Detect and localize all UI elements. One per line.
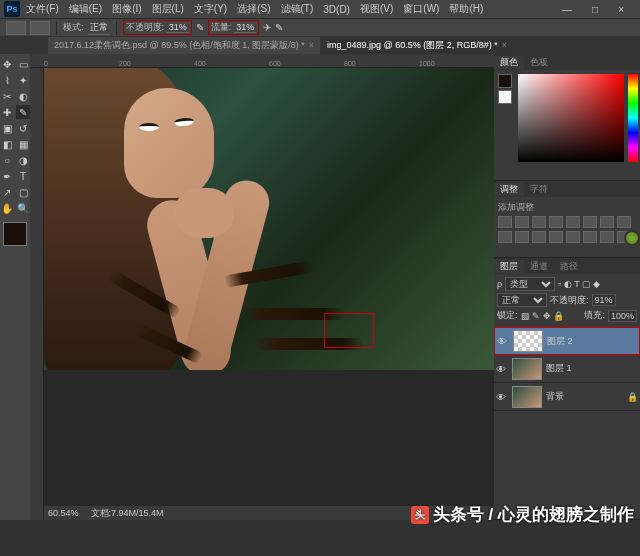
- invert-icon[interactable]: [549, 231, 563, 243]
- exposure-icon[interactable]: [549, 216, 563, 228]
- gradientmap-icon[interactable]: [600, 231, 614, 243]
- menu-window[interactable]: 窗口(W): [399, 2, 443, 16]
- type-tool[interactable]: T: [16, 169, 30, 183]
- colorlookup-icon[interactable]: [532, 231, 546, 243]
- heal-tool[interactable]: ✚: [0, 105, 14, 119]
- bw-icon[interactable]: [617, 216, 631, 228]
- tab-character[interactable]: 字符: [524, 183, 554, 196]
- layer-list: 👁 图层 2 👁 图层 1 👁 背景 🔒: [494, 327, 640, 519]
- menu-select[interactable]: 选择(S): [233, 2, 274, 16]
- tab-2-close[interactable]: ×: [502, 40, 507, 50]
- levels-icon[interactable]: [515, 216, 529, 228]
- shape-tool[interactable]: ▢: [16, 185, 30, 199]
- zoom-tool[interactable]: 🔍: [16, 201, 30, 215]
- layer-name[interactable]: 图层 2: [547, 335, 573, 348]
- crop-tool[interactable]: ✂: [0, 89, 14, 103]
- tab-color[interactable]: 颜色: [494, 56, 524, 69]
- colorbalance-icon[interactable]: [600, 216, 614, 228]
- tab-document-1[interactable]: 2017.6.12柔焦调色.psd @ 89.5% (色相/饱和度 1, 图层蒙…: [48, 37, 320, 54]
- menu-view[interactable]: 视图(V): [356, 2, 397, 16]
- adjustments-panel: 添加调整: [494, 197, 640, 257]
- watermark: 头 头条号 / 心灵的翅膀之制作: [411, 503, 634, 526]
- eyedropper-tool[interactable]: ◐: [16, 89, 30, 103]
- doc-size[interactable]: 文档:7.94M/15.4M: [91, 507, 164, 520]
- tab-document-2[interactable]: img_0489.jpg @ 60.5% (图层 2, RGB/8#) * ×: [321, 37, 513, 54]
- minimize-button[interactable]: —: [558, 4, 576, 15]
- maximize-button[interactable]: □: [588, 4, 602, 15]
- tab-paths[interactable]: 路径: [554, 260, 584, 273]
- bg-swatch[interactable]: [498, 90, 512, 104]
- brightness-icon[interactable]: [498, 216, 512, 228]
- menu-type[interactable]: 文字(Y): [190, 2, 231, 16]
- visibility-toggle[interactable]: 👁: [496, 392, 508, 402]
- dodge-tool[interactable]: ◑: [16, 153, 30, 167]
- menu-edit[interactable]: 编辑(E): [65, 2, 106, 16]
- layer-fill[interactable]: 100%: [608, 310, 637, 322]
- close-button[interactable]: ×: [614, 4, 628, 15]
- channelmixer-icon[interactable]: [515, 231, 529, 243]
- stamp-tool[interactable]: ▣: [0, 121, 14, 135]
- visibility-toggle[interactable]: 👁: [497, 336, 509, 346]
- lasso-tool[interactable]: ⌇: [0, 73, 14, 87]
- path-tool[interactable]: ↗: [0, 185, 14, 199]
- layer-thumbnail[interactable]: [513, 330, 543, 352]
- layer-name[interactable]: 图层 1: [546, 362, 572, 375]
- opacity-field[interactable]: 31%: [167, 22, 189, 33]
- posterize-icon[interactable]: [566, 231, 580, 243]
- hue-icon[interactable]: [583, 216, 597, 228]
- lock-icons[interactable]: ▧ ✎ ✥ 🔒: [521, 311, 565, 321]
- zoom-level[interactable]: 60.54%: [48, 508, 79, 518]
- tab-layers[interactable]: 图层: [494, 260, 524, 273]
- marquee-tool[interactable]: ▭: [16, 57, 30, 71]
- brush-tool[interactable]: ✎: [16, 105, 30, 119]
- tab-1-close[interactable]: ×: [309, 40, 314, 50]
- history-brush-tool[interactable]: ↺: [16, 121, 30, 135]
- visibility-toggle[interactable]: 👁: [496, 364, 508, 374]
- menu-help[interactable]: 帮助(H): [445, 2, 487, 16]
- layer-row[interactable]: 👁 图层 1: [494, 355, 640, 383]
- menu-filter[interactable]: 滤镜(T): [277, 2, 318, 16]
- menu-file[interactable]: 文件(F): [22, 2, 63, 16]
- layer-opacity[interactable]: 91%: [592, 294, 616, 306]
- layer-name[interactable]: 背景: [546, 390, 564, 403]
- gradient-tool[interactable]: ▦: [16, 137, 30, 151]
- foreground-background-swatch[interactable]: [3, 222, 27, 246]
- curves-icon[interactable]: [532, 216, 546, 228]
- fill-label: 填充:: [584, 309, 605, 322]
- pressure-size-icon[interactable]: ✎: [275, 22, 283, 33]
- layer-row[interactable]: 👁 图层 2: [494, 327, 640, 355]
- menu-bar: Ps 文件(F) 编辑(E) 图像(I) 图层(L) 文字(Y) 选择(S) 滤…: [0, 0, 640, 18]
- kind-filter[interactable]: 类型: [505, 277, 555, 291]
- pen-tool[interactable]: ✒: [0, 169, 14, 183]
- hue-slider[interactable]: [628, 74, 638, 162]
- hand-tool[interactable]: ✋: [0, 201, 14, 215]
- menu-3d[interactable]: 3D(D): [319, 4, 354, 15]
- document-image[interactable]: [44, 68, 494, 370]
- airbrush-icon[interactable]: ✈: [263, 22, 271, 33]
- blend-mode[interactable]: 正常: [497, 293, 547, 307]
- vibrance-icon[interactable]: [566, 216, 580, 228]
- photofilter-icon[interactable]: [498, 231, 512, 243]
- brush-preset-icon[interactable]: [6, 21, 26, 35]
- share-indicator[interactable]: [624, 230, 640, 246]
- fg-swatch[interactable]: [498, 74, 512, 88]
- layer-row[interactable]: 👁 背景 🔒: [494, 383, 640, 411]
- layer-thumbnail[interactable]: [512, 386, 542, 408]
- layer-thumbnail[interactable]: [512, 358, 542, 380]
- tab-channels[interactable]: 通道: [524, 260, 554, 273]
- pressure-opacity-icon[interactable]: ✎: [196, 22, 204, 33]
- ruler-vertical: [30, 68, 44, 520]
- brush-size-icon[interactable]: [30, 21, 50, 35]
- menu-layer[interactable]: 图层(L): [148, 2, 188, 16]
- move-tool[interactable]: ✥: [0, 57, 14, 71]
- mode-select[interactable]: 正常: [88, 21, 110, 35]
- wand-tool[interactable]: ✦: [16, 73, 30, 87]
- tab-swatches[interactable]: 色板: [524, 56, 554, 69]
- threshold-icon[interactable]: [583, 231, 597, 243]
- tab-adjustments[interactable]: 调整: [494, 183, 524, 196]
- color-field[interactable]: [518, 74, 624, 162]
- blur-tool[interactable]: ○: [0, 153, 14, 167]
- eraser-tool[interactable]: ◧: [0, 137, 14, 151]
- flow-field[interactable]: 31%: [234, 22, 256, 33]
- menu-image[interactable]: 图像(I): [108, 2, 145, 16]
